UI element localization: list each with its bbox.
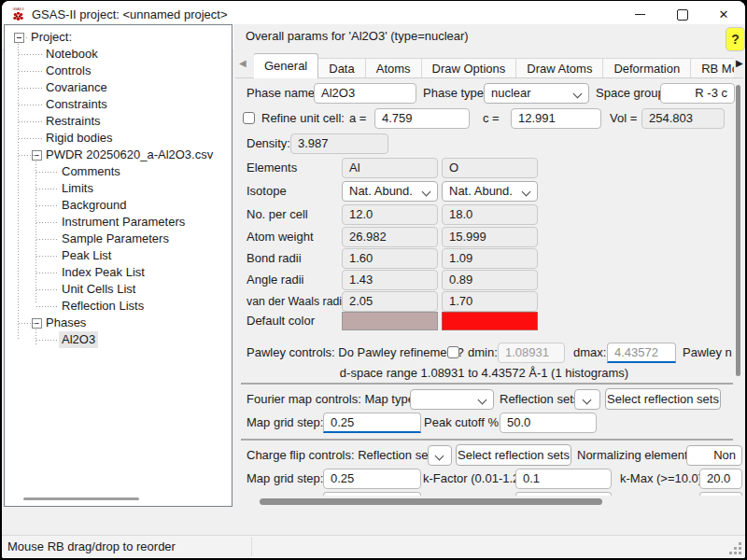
refine-unit-cell-checkbox[interactable] xyxy=(243,112,255,124)
tab-atoms[interactable]: Atoms xyxy=(365,58,422,78)
tree-item-label: Unit Cells List xyxy=(62,281,135,298)
atom-weight-cell: 15.999 xyxy=(442,227,538,247)
tree-item-notebook[interactable]: Notebook xyxy=(5,46,232,63)
bond-radii-row-label: Bond radii xyxy=(247,248,302,269)
a-input[interactable]: 4.759 xyxy=(374,108,470,129)
fourier-reflection-sets-select[interactable] xyxy=(574,389,600,410)
dmax-input[interactable]: 4.43572 xyxy=(607,343,676,363)
tab-scroll-right-icon[interactable]: ▶ xyxy=(736,58,743,68)
chevron-down-icon xyxy=(435,452,444,461)
tree-item-background[interactable]: Background xyxy=(5,197,232,214)
panel-vertical-scrollbar-thumb[interactable] xyxy=(736,85,740,376)
bond-radii-cell: 1.60 xyxy=(342,248,438,269)
tab-general[interactable]: General xyxy=(254,53,318,78)
tree-item-label: Rigid bodies xyxy=(46,130,113,147)
status-field-divider xyxy=(251,538,252,556)
no-per-cell-cell: 18.0 xyxy=(442,204,538,225)
tree-item-label: Phases xyxy=(46,315,86,331)
clipped-field-top xyxy=(515,492,612,496)
density-label: Density: xyxy=(247,133,290,154)
isotope-select[interactable]: Nat. Abund. xyxy=(442,181,538,202)
chevron-down-icon xyxy=(478,396,487,405)
isotope-select[interactable]: Nat. Abund. xyxy=(342,181,438,202)
vdw-radii-cell: 2.05 xyxy=(342,291,438,312)
tab-rb-models[interactable]: RB Models xyxy=(690,58,734,78)
tree-item-al2o3[interactable]: Al2O3 xyxy=(5,331,232,348)
isotope-value: Nat. Abund. xyxy=(349,184,413,198)
c-input[interactable]: 12.991 xyxy=(511,108,601,129)
chargeflip-map-grid-step-label: Map grid step: xyxy=(247,469,323,489)
fourier-select-reflection-sets-button[interactable]: Select reflection sets xyxy=(605,388,721,410)
normalizing-element-select[interactable]: Non xyxy=(686,445,742,466)
phase-type-select[interactable]: nuclear xyxy=(484,83,589,104)
tab-draw-atoms[interactable]: Draw Atoms xyxy=(515,58,603,78)
tree-item-reflection-lists[interactable]: Reflection Lists xyxy=(5,298,232,315)
vol-value: 254.803 xyxy=(641,108,725,129)
no-per-cell-row-label: No. per cell xyxy=(247,204,308,225)
peak-cutoff-input[interactable]: 50.0 xyxy=(500,413,597,433)
peak-cutoff-label: Peak cutoff %: xyxy=(424,413,502,433)
help-button[interactable]: ? xyxy=(726,27,745,51)
fourier-controls-label: Fourier map controls: Map type: xyxy=(247,389,418,410)
element-color-swatch-al[interactable] xyxy=(342,312,438,330)
pawley-controls-label: Pawley controls: Do Pawley refinement? xyxy=(247,343,464,363)
no-per-cell-cell: 12.0 xyxy=(342,204,438,225)
vdw-radii-cell: 1.70 xyxy=(442,291,538,312)
phase-name-input[interactable]: Al2O3 xyxy=(314,83,416,104)
kmax-input[interactable]: 20.0 xyxy=(699,469,742,489)
kfactor-label: k-Factor (0.01-1.2): xyxy=(423,469,527,489)
tree-horizontal-scrollbar-thumb[interactable] xyxy=(23,497,139,500)
section-separator xyxy=(241,439,733,441)
refine-unit-cell-label: Refine unit cell: xyxy=(261,108,345,129)
phase-type-label: Phase type: xyxy=(423,83,487,104)
tree-item-project[interactable]: Project: xyxy=(5,29,232,46)
tree-item-peak-list[interactable]: Peak List xyxy=(5,247,232,264)
tree-item-instrument-parameters[interactable]: Instrument Parameters xyxy=(5,214,232,231)
tree-item-restraints[interactable]: Restraints xyxy=(5,113,232,130)
tab-draw-options[interactable]: Draw Options xyxy=(421,58,517,78)
fourier-map-grid-step-input[interactable]: 0.25 xyxy=(323,413,421,433)
space-group-input[interactable]: R -3 c xyxy=(660,83,735,104)
tree-item-sample-parameters[interactable]: Sample Parameters xyxy=(5,231,232,247)
chargeflip-select-reflection-sets-button[interactable]: Select reflection sets xyxy=(456,444,571,466)
isotope-value: Nat. Abund. xyxy=(449,184,513,198)
space-group-label: Space group: xyxy=(596,83,668,104)
tree-item-pwdr[interactable]: PWDR 20250620_a-Al2O3.csv xyxy=(5,147,232,163)
resize-grip-icon[interactable] xyxy=(739,552,741,554)
close-icon: ✕ xyxy=(719,8,729,21)
project-tree-panel: Project: Notebook Controls Covariance Co… xyxy=(4,24,233,507)
element-cell: O xyxy=(442,158,538,178)
phase-panel: Overall params for 'Al2O3' (type=nuclear… xyxy=(233,24,745,535)
tree-item-limits[interactable]: Limits xyxy=(5,180,232,197)
svg-text:GSAS-II: GSAS-II xyxy=(12,7,23,11)
clipped-field-top xyxy=(699,492,742,496)
tab-data[interactable]: Data xyxy=(317,58,365,78)
window-title: GSAS-II project: <unnamed project> xyxy=(32,7,228,21)
minimize-icon xyxy=(635,14,645,15)
kmax-label: k-Max (>=10.0): xyxy=(620,469,706,489)
tree-item-covariance[interactable]: Covariance xyxy=(5,79,232,96)
tree-item-label: Background xyxy=(62,197,126,214)
tab-deformation[interactable]: Deformation xyxy=(602,58,691,78)
tree-item-label: Notebook xyxy=(46,46,98,63)
tree-item-phases[interactable]: Phases xyxy=(5,315,232,331)
tab-scroll-left-icon[interactable]: ◀ xyxy=(239,58,247,68)
app-window: GSAS-II GSAS-II project: <unnamed projec… xyxy=(2,1,745,558)
tree-item-rigid-bodies[interactable]: Rigid bodies xyxy=(5,130,232,147)
element-cell: Al xyxy=(342,158,438,178)
tree-item-index-peak-list[interactable]: Index Peak List xyxy=(5,264,232,281)
tree-item-comments[interactable]: Comments xyxy=(5,163,232,180)
tree-item-unit-cells-list[interactable]: Unit Cells List xyxy=(5,281,232,298)
kfactor-input[interactable]: 0.1 xyxy=(515,469,612,489)
map-type-select[interactable] xyxy=(410,389,494,410)
tree-item-controls[interactable]: Controls xyxy=(5,63,232,79)
element-color-swatch-o[interactable] xyxy=(442,312,538,330)
pawley-refinement-checkbox[interactable] xyxy=(447,346,459,358)
chargeflip-map-grid-step-input[interactable]: 0.25 xyxy=(323,469,421,489)
tree-item-label-selected: Al2O3 xyxy=(59,331,98,348)
pawley-clipped-label: Pawley n xyxy=(683,343,735,363)
tree-item-constraints[interactable]: Constraints xyxy=(5,96,232,113)
gsas2-logo-icon: GSAS-II xyxy=(10,7,26,22)
panel-horizontal-scrollbar-thumb[interactable] xyxy=(260,498,602,505)
chargeflip-reflection-sets-select[interactable] xyxy=(428,445,452,466)
